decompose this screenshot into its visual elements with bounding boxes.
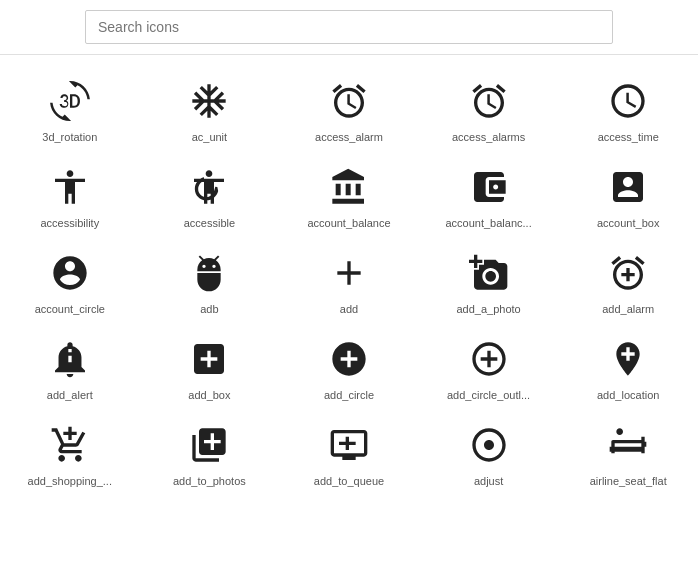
icon-cell-add_alert[interactable]: add_alert	[0, 323, 140, 409]
account_box-icon	[604, 163, 652, 211]
add_a_photo-icon	[465, 249, 513, 297]
search-bar-container	[0, 0, 698, 55]
3d_rotation-icon	[46, 77, 94, 125]
add_shopping_cart-icon	[46, 421, 94, 469]
account_circle-label: account_circle	[35, 303, 105, 315]
icon-cell-adjust[interactable]: adjust	[419, 409, 559, 495]
adb-icon	[185, 249, 233, 297]
icon-cell-accessibility[interactable]: accessibility	[0, 151, 140, 237]
icon-cell-accessible[interactable]: accessible	[140, 151, 280, 237]
accessible-label: accessible	[184, 217, 235, 229]
airline_seat_flat-icon	[604, 421, 652, 469]
account_balance_wallet-label: account_balanc...	[445, 217, 531, 229]
account_balance-label: account_balance	[307, 217, 390, 229]
ac_unit-icon	[185, 77, 233, 125]
icon-cell-add_a_photo[interactable]: add_a_photo	[419, 237, 559, 323]
add_a_photo-label: add_a_photo	[456, 303, 520, 315]
icon-cell-ac_unit[interactable]: ac_unit	[140, 65, 280, 151]
add_box-icon	[185, 335, 233, 383]
add_shopping_cart-label: add_shopping_...	[28, 475, 112, 487]
add_alarm-icon	[604, 249, 652, 297]
icon-cell-add_circle_outline[interactable]: add_circle_outl...	[419, 323, 559, 409]
add_circle_outline-label: add_circle_outl...	[447, 389, 530, 401]
3d_rotation-label: 3d_rotation	[42, 131, 97, 143]
access_time-icon	[604, 77, 652, 125]
account_balance-icon	[325, 163, 373, 211]
adb-label: adb	[200, 303, 218, 315]
add_to_photos-label: add_to_photos	[173, 475, 246, 487]
add_alarm-label: add_alarm	[602, 303, 654, 315]
icon-cell-access_time[interactable]: access_time	[558, 65, 698, 151]
add_location-label: add_location	[597, 389, 659, 401]
add_circle-icon	[325, 335, 373, 383]
add-label: add	[340, 303, 358, 315]
icons-grid: 3d_rotationac_unitaccess_alarmaccess_ala…	[0, 55, 698, 505]
icon-cell-3d_rotation[interactable]: 3d_rotation	[0, 65, 140, 151]
icon-cell-account_box[interactable]: account_box	[558, 151, 698, 237]
access_time-label: access_time	[598, 131, 659, 143]
airline_seat_flat-label: airline_seat_flat	[590, 475, 667, 487]
accessibility-icon	[46, 163, 94, 211]
icon-cell-adb[interactable]: adb	[140, 237, 280, 323]
add_circle_outline-icon	[465, 335, 513, 383]
adjust-icon	[465, 421, 513, 469]
add_alert-icon	[46, 335, 94, 383]
add_to_queue-label: add_to_queue	[314, 475, 384, 487]
icon-cell-access_alarms[interactable]: access_alarms	[419, 65, 559, 151]
icon-cell-add_box[interactable]: add_box	[140, 323, 280, 409]
account_balance_wallet-icon	[465, 163, 513, 211]
add_to_queue-icon	[325, 421, 373, 469]
add_box-label: add_box	[188, 389, 230, 401]
access_alarms-icon	[465, 77, 513, 125]
access_alarm-icon	[325, 77, 373, 125]
icon-cell-add_circle[interactable]: add_circle	[279, 323, 419, 409]
add-icon	[325, 249, 373, 297]
icon-cell-add_alarm[interactable]: add_alarm	[558, 237, 698, 323]
icon-cell-airline_seat_flat[interactable]: airline_seat_flat	[558, 409, 698, 495]
icon-cell-account_balance_wallet[interactable]: account_balanc...	[419, 151, 559, 237]
add_circle-label: add_circle	[324, 389, 374, 401]
icon-cell-add[interactable]: add	[279, 237, 419, 323]
icon-cell-account_balance[interactable]: account_balance	[279, 151, 419, 237]
add_alert-label: add_alert	[47, 389, 93, 401]
icon-cell-add_shopping_cart[interactable]: add_shopping_...	[0, 409, 140, 495]
icon-cell-add_location[interactable]: add_location	[558, 323, 698, 409]
icon-cell-account_circle[interactable]: account_circle	[0, 237, 140, 323]
access_alarms-label: access_alarms	[452, 131, 525, 143]
add_location-icon	[604, 335, 652, 383]
access_alarm-label: access_alarm	[315, 131, 383, 143]
icon-cell-add_to_photos[interactable]: add_to_photos	[140, 409, 280, 495]
add_to_photos-icon	[185, 421, 233, 469]
account_box-label: account_box	[597, 217, 659, 229]
accessibility-label: accessibility	[40, 217, 99, 229]
ac_unit-label: ac_unit	[192, 131, 227, 143]
icon-cell-access_alarm[interactable]: access_alarm	[279, 65, 419, 151]
account_circle-icon	[46, 249, 94, 297]
icon-cell-add_to_queue[interactable]: add_to_queue	[279, 409, 419, 495]
search-input[interactable]	[85, 10, 613, 44]
adjust-label: adjust	[474, 475, 503, 487]
accessible-icon	[185, 163, 233, 211]
